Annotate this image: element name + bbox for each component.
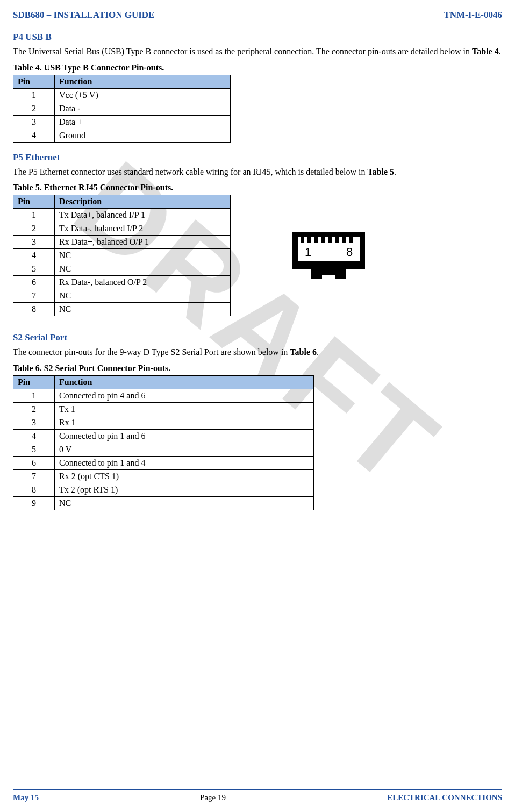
pin-cell: 8 — [13, 483, 55, 496]
text: . — [499, 47, 501, 56]
table-row: 2Tx 1 — [13, 402, 314, 416]
table6-body: 1Connected to pin 4 and 62Tx 13Rx 14Conn… — [13, 389, 314, 510]
function-cell: NC — [55, 262, 231, 276]
table5-head-pin: Pin — [13, 195, 55, 209]
pin-cell: 7 — [13, 289, 55, 303]
table-row: 4Ground — [13, 129, 231, 142]
footer-right: ELECTRICAL CONNECTIONS — [387, 793, 502, 802]
text: The P5 Ethernet connector uses standard … — [13, 167, 367, 176]
table-row: 4Connected to pin 1 and 6 — [13, 429, 314, 443]
page-header: SDB680 – INSTALLATION GUIDE TNM-I-E-0046 — [13, 10, 502, 22]
svg-rect-8 — [342, 237, 346, 243]
pin-cell: 3 — [13, 115, 55, 129]
table-row: 6Connected to pin 1 and 4 — [13, 456, 314, 469]
section-serial-para: The connector pin-outs for the 9-way D T… — [13, 346, 502, 358]
table6: Pin Function 1Connected to pin 4 and 62T… — [13, 375, 314, 510]
svg-rect-2 — [301, 237, 304, 243]
table-row: 6Rx Data-, balanced O/P 2 — [13, 276, 231, 289]
table-row: 3Data + — [13, 115, 231, 129]
table-row: 50 V — [13, 443, 314, 456]
pin-cell: 8 — [13, 303, 55, 316]
pin-cell: 7 — [13, 469, 55, 483]
function-cell: Tx Data-, balanced I/P 2 — [55, 222, 231, 236]
pin-cell: 2 — [13, 102, 55, 115]
header-left: SDB680 – INSTALLATION GUIDE — [13, 10, 154, 20]
table-row: 3Rx Data+, balanced O/P 1 — [13, 236, 231, 249]
table4-body: 1Vcc (+5 V)2Data -3Data +4Ground — [13, 88, 231, 142]
section-eth-para: The P5 Ethernet connector uses standard … — [13, 166, 502, 178]
table-ref-6: Table 6 — [290, 347, 317, 357]
table-row: 1Vcc (+5 V) — [13, 88, 231, 102]
section-heading-usb: P4 USB B — [13, 32, 502, 42]
section-heading-serial: S2 Serial Port — [13, 332, 502, 343]
table5: Pin Description 1Tx Data+, balanced I/P … — [13, 195, 231, 316]
svg-text:1: 1 — [305, 245, 311, 259]
pin-cell: 3 — [13, 416, 55, 429]
function-cell: NC — [55, 496, 314, 510]
svg-text:8: 8 — [346, 245, 353, 259]
text: The Universal Serial Bus (USB) Type B co… — [13, 47, 472, 56]
header-right: TNM-I-E-0046 — [444, 10, 502, 20]
function-cell: 0 V — [55, 443, 314, 456]
table6-head-pin: Pin — [13, 375, 55, 389]
function-cell: Connected to pin 1 and 6 — [55, 429, 314, 443]
function-cell: Rx 1 — [55, 416, 314, 429]
footer-center: Page 19 — [200, 793, 226, 802]
svg-rect-6 — [328, 237, 332, 243]
pin-cell: 4 — [13, 129, 55, 142]
table-ref-5: Table 5 — [367, 167, 394, 176]
section-usb-para: The Universal Serial Bus (USB) Type B co… — [13, 46, 502, 58]
svg-rect-9 — [349, 237, 353, 243]
footer-left: May 15 — [13, 793, 39, 802]
pin-cell: 1 — [13, 88, 55, 102]
pin-cell: 5 — [13, 262, 55, 276]
pin-cell: 3 — [13, 236, 55, 249]
table-row: 8Tx 2 (opt RTS 1) — [13, 483, 314, 496]
pin-cell: 2 — [13, 402, 55, 416]
table6-caption: Table 6. S2 Serial Port Connector Pin-ou… — [13, 364, 502, 373]
function-cell: Rx Data+, balanced O/P 1 — [55, 236, 231, 249]
function-cell: Data - — [55, 102, 231, 115]
pin-cell: 1 — [13, 209, 55, 222]
table4-caption: Table 4. USB Type B Connector Pin-outs. — [13, 63, 502, 73]
table-row: 2Data - — [13, 102, 231, 115]
svg-rect-14 — [322, 269, 335, 275]
svg-rect-13 — [335, 269, 346, 279]
function-cell: Tx Data+, balanced I/P 1 — [55, 209, 231, 222]
svg-rect-7 — [335, 237, 339, 243]
table-row: 7NC — [13, 289, 231, 303]
page-footer: May 15 Page 19 ELECTRICAL CONNECTIONS — [13, 789, 502, 802]
function-cell: Rx 2 (opt CTS 1) — [55, 469, 314, 483]
table6-head-func: Function — [55, 375, 314, 389]
pin-cell: 4 — [13, 249, 55, 262]
table-row: 8NC — [13, 303, 231, 316]
function-cell: NC — [55, 249, 231, 262]
function-cell: Vcc (+5 V) — [55, 88, 231, 102]
svg-rect-3 — [307, 237, 311, 243]
pin-cell: 6 — [13, 456, 55, 469]
table-row: 2Tx Data-, balanced I/P 2 — [13, 222, 231, 236]
table-row: 1Tx Data+, balanced I/P 1 — [13, 209, 231, 222]
text: The connector pin-outs for the 9-way D T… — [13, 347, 290, 357]
table4-head-pin: Pin — [13, 75, 55, 88]
pin-cell: 4 — [13, 429, 55, 443]
table-row: 5NC — [13, 262, 231, 276]
function-cell: Ground — [55, 129, 231, 142]
pin-cell: 1 — [13, 389, 55, 402]
table-row: 1Connected to pin 4 and 6 — [13, 389, 314, 402]
function-cell: Rx Data-, balanced O/P 2 — [55, 276, 231, 289]
function-cell: Tx 2 (opt RTS 1) — [55, 483, 314, 496]
function-cell: Tx 1 — [55, 402, 314, 416]
table-row: 4NC — [13, 249, 231, 262]
pin-cell: 5 — [13, 443, 55, 456]
table-row: 9NC — [13, 496, 314, 510]
table5-body: 1Tx Data+, balanced I/P 12Tx Data-, bala… — [13, 209, 231, 316]
table4-head-func: Function — [55, 75, 231, 88]
svg-rect-5 — [321, 237, 325, 243]
function-cell: Connected to pin 1 and 4 — [55, 456, 314, 469]
function-cell: Connected to pin 4 and 6 — [55, 389, 314, 402]
table5-head-func: Description — [55, 195, 231, 209]
table-row: 3Rx 1 — [13, 416, 314, 429]
table-row: 7Rx 2 (opt CTS 1) — [13, 469, 314, 483]
function-cell: Data + — [55, 115, 231, 129]
